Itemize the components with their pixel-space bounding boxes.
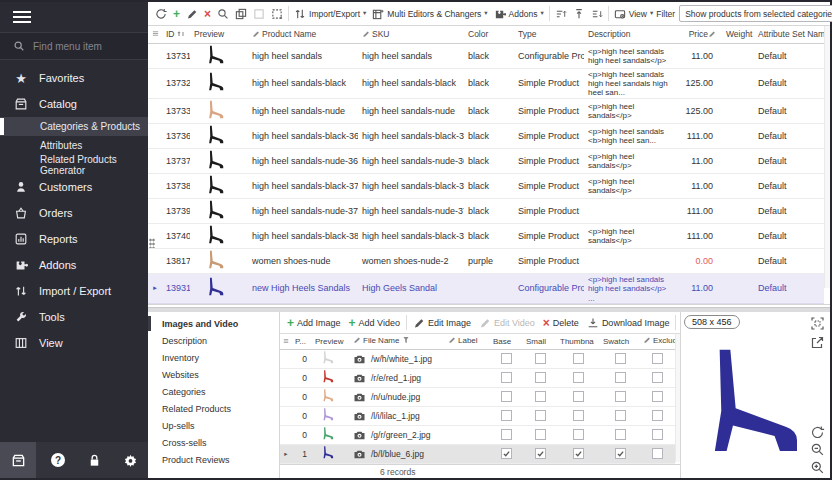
sidebar-item-catalog[interactable]: Catalog xyxy=(0,91,148,117)
product-row[interactable]: 13736 high heel sandals-black-36 high he… xyxy=(148,123,824,148)
import-export-button[interactable]: Import/Export ▾ xyxy=(291,4,369,24)
sidebar-item-import-export[interactable]: Import / Export xyxy=(0,278,148,304)
addons-button[interactable]: Addons ▾ xyxy=(491,4,547,24)
sidebar-item-addons[interactable]: Addons xyxy=(0,252,148,278)
zoom-out-button[interactable] xyxy=(810,442,825,457)
image-row[interactable]: 0 /g/r/green_2.jpg xyxy=(280,425,675,444)
product-row[interactable]: 13817 women shoes-nude women shoes-nude-… xyxy=(148,248,824,273)
swatch-checkbox[interactable] xyxy=(615,372,626,383)
delete-product-button[interactable]: × xyxy=(201,4,214,24)
product-row[interactable]: 13731 high heel sandals high heel sandal… xyxy=(148,43,824,68)
product-row[interactable]: 13740 high heel sandals-black-38 high he… xyxy=(148,223,824,248)
edit-image-button[interactable]: Edit Image xyxy=(409,313,475,333)
swatch-checkbox[interactable] xyxy=(615,391,626,402)
detail-tab[interactable]: Related Products xyxy=(148,400,279,417)
thumbnail-checkbox[interactable] xyxy=(573,372,584,383)
zoom-in-button[interactable] xyxy=(810,460,825,475)
swatch-checkbox[interactable] xyxy=(615,353,626,364)
exclude-checkbox[interactable] xyxy=(652,353,663,364)
edit-product-button[interactable] xyxy=(183,4,201,24)
swatch-checkbox[interactable] xyxy=(615,410,626,421)
delete-image-button[interactable]: ×Delete xyxy=(539,313,583,333)
sidebar-item-view[interactable]: View xyxy=(0,330,148,356)
sidebar-item-categories-products[interactable]: Categories & Products xyxy=(0,117,148,136)
column-header-color[interactable]: Color xyxy=(464,26,514,43)
multi-editors-button[interactable]: Multi Editors & Changers ▾ xyxy=(369,4,490,24)
detail-tab[interactable]: Cross-sells xyxy=(148,434,279,451)
image-row[interactable]: 0 /r/e/red_1.jpg xyxy=(280,368,675,387)
small-checkbox[interactable] xyxy=(535,372,546,383)
sidebar-item-tools[interactable]: Tools xyxy=(0,304,148,330)
column-header-attribute-set[interactable]: Attribute Set Name xyxy=(754,26,824,43)
column-header-id[interactable]: ID xyxy=(162,26,190,43)
vertical-scrollbar[interactable] xyxy=(824,26,830,288)
base-checkbox[interactable] xyxy=(501,391,512,402)
column-header-description[interactable]: Description xyxy=(584,26,678,43)
base-checkbox[interactable] xyxy=(501,353,512,364)
splitter-handle[interactable] xyxy=(149,238,155,248)
vertical-scrollbar[interactable] xyxy=(675,334,680,462)
small-checkbox[interactable] xyxy=(535,353,546,364)
detail-tab[interactable]: Images and Video xyxy=(148,315,279,332)
detail-tab[interactable]: Up-sells xyxy=(148,417,279,434)
image-row[interactable]: 0 /w/h/white_1.jpg xyxy=(280,349,675,368)
exclude-checkbox[interactable] xyxy=(652,410,663,421)
store-manager-button[interactable] xyxy=(0,442,36,478)
detail-tab[interactable]: Description xyxy=(148,332,279,349)
small-checkbox[interactable] xyxy=(535,448,546,459)
column-header-thumbnail[interactable]: Thumbna xyxy=(557,334,600,349)
thumbnail-checkbox[interactable] xyxy=(573,429,584,440)
sidebar-item-reports[interactable]: Reports xyxy=(0,226,148,252)
sidebar-item-favorites[interactable]: ★ Favorites xyxy=(0,65,148,91)
sort-asc-button[interactable] xyxy=(552,4,570,24)
paste-special-button[interactable] xyxy=(268,4,286,24)
edit-video-button[interactable]: Edit Video xyxy=(475,313,539,333)
base-checkbox[interactable] xyxy=(501,448,512,459)
base-checkbox[interactable] xyxy=(501,372,512,383)
thumbnail-checkbox[interactable] xyxy=(573,448,584,459)
thumbnail-checkbox[interactable] xyxy=(573,353,584,364)
detail-tab[interactable]: Categories xyxy=(148,383,279,400)
base-checkbox[interactable] xyxy=(501,410,512,421)
add-image-button[interactable]: +Add Image xyxy=(283,313,345,333)
swatch-checkbox[interactable] xyxy=(615,429,626,440)
column-header-swatch[interactable]: Swatch xyxy=(600,334,640,349)
image-row[interactable]: 0 /l/i/lilac_1.jpg xyxy=(280,406,675,425)
column-header-base[interactable]: Base xyxy=(490,334,523,349)
view-button[interactable]: View ▾ xyxy=(611,4,657,24)
thumbnail-checkbox[interactable] xyxy=(573,391,584,402)
open-external-button[interactable] xyxy=(810,335,825,350)
small-checkbox[interactable] xyxy=(535,429,546,440)
image-row[interactable]: 0 /n/u/nude.jpg xyxy=(280,387,675,406)
refresh-button[interactable] xyxy=(152,4,170,24)
small-checkbox[interactable] xyxy=(535,391,546,402)
column-header-file-name[interactable]: File Name xyxy=(350,334,445,349)
column-header-weight[interactable]: Weight xyxy=(722,26,754,43)
select-cells-button[interactable] xyxy=(250,4,268,24)
image-row[interactable]: ▸ 1 /b/l/blue_6.jpg xyxy=(280,444,675,463)
exclude-checkbox[interactable] xyxy=(652,448,663,459)
detail-tab[interactable]: Product Reviews xyxy=(148,451,279,468)
column-header-preview[interactable]: Preview xyxy=(312,334,350,349)
product-row[interactable]: 13739 high heel sandals-nude-37 high hee… xyxy=(148,198,824,223)
column-header-label[interactable]: Label xyxy=(445,334,490,349)
product-row[interactable]: 13732 high heel sandals-black high heel … xyxy=(148,68,824,98)
column-header-small[interactable]: Small xyxy=(523,334,557,349)
column-header-sku[interactable]: SKU xyxy=(358,26,464,43)
detail-tab[interactable]: Inventory xyxy=(148,349,279,366)
search-button[interactable] xyxy=(214,4,232,24)
product-row[interactable]: ▸ 13931 new High Heels Sandals High Geel… xyxy=(148,273,824,303)
product-row[interactable]: 13733 high heel sandals-nude high heel s… xyxy=(148,98,824,123)
exclude-checkbox[interactable] xyxy=(652,372,663,383)
rotate-button[interactable] xyxy=(810,425,825,440)
download-image-button[interactable]: Download Image xyxy=(583,313,674,333)
exclude-checkbox[interactable] xyxy=(652,429,663,440)
column-header-product-name[interactable]: Product Name xyxy=(248,26,358,43)
sidebar-item-related-products-generator[interactable]: Related Products Generator xyxy=(0,155,148,174)
column-header-position[interactable]: P... xyxy=(292,334,312,349)
sidebar-item-attributes[interactable]: Attributes xyxy=(0,136,148,155)
copy-rows-button[interactable] xyxy=(232,4,250,24)
category-filter-select[interactable]: Show products from selected categories ▾ xyxy=(679,5,832,22)
hamburger-menu-button[interactable] xyxy=(0,2,148,32)
base-checkbox[interactable] xyxy=(501,429,512,440)
